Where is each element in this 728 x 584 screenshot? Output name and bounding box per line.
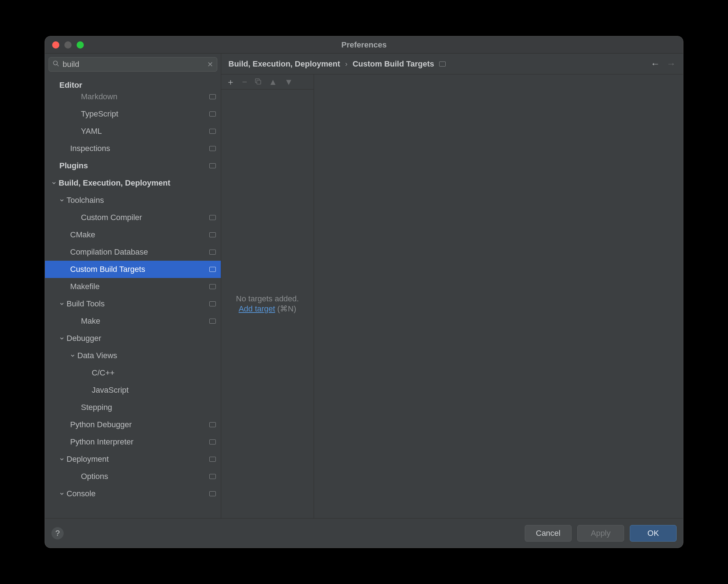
cancel-button[interactable]: Cancel — [525, 525, 572, 542]
apply-button: Apply — [577, 525, 624, 542]
sidebar: ✕ EditorMarkdownTypeScriptYAMLInspection… — [45, 54, 221, 518]
tree-item[interactable]: Plugins — [45, 157, 221, 174]
tree-item[interactable]: Build, Execution, Deployment — [45, 174, 221, 192]
chevron-down-icon[interactable] — [59, 491, 64, 496]
tree-item[interactable]: C/C++ — [45, 364, 221, 382]
close-icon[interactable] — [52, 41, 59, 49]
chevron-down-icon[interactable] — [70, 353, 75, 358]
preferences-window: Preferences ✕ EditorMarkdownTypeScriptYA… — [45, 36, 683, 548]
project-scope-icon — [209, 491, 216, 496]
tree-item[interactable]: Deployment — [45, 451, 221, 468]
breadcrumb-current: Custom Build Targets — [352, 59, 434, 69]
target-detail-panel — [314, 74, 683, 518]
move-down-icon: ▼ — [285, 78, 293, 86]
settings-tree[interactable]: EditorMarkdownTypeScriptYAMLInspectionsP… — [45, 75, 221, 518]
tree-item[interactable]: Toolchains — [45, 192, 221, 209]
tree-item[interactable]: Make — [45, 312, 221, 330]
project-scope-icon — [209, 422, 216, 427]
project-scope-icon — [209, 474, 216, 479]
tree-item-label: Plugins — [59, 161, 209, 170]
project-scope-icon — [209, 163, 216, 168]
project-scope-icon — [209, 94, 216, 99]
project-scope-icon — [209, 301, 216, 306]
window-body: ✕ EditorMarkdownTypeScriptYAMLInspection… — [45, 54, 683, 518]
project-scope-icon — [209, 111, 216, 117]
chevron-down-icon[interactable] — [59, 301, 64, 306]
ok-button[interactable]: OK — [630, 525, 677, 542]
tree-item-label: Console — [67, 489, 209, 498]
tree-item-label: Options — [81, 472, 209, 481]
tree-item[interactable]: Markdown — [45, 88, 221, 105]
tree-item-label: Inspections — [70, 144, 209, 153]
tree-item[interactable]: Build Tools — [45, 295, 221, 312]
tree-item-label: Markdown — [81, 92, 209, 101]
main-panel: Build, Execution, Deployment › Custom Bu… — [221, 54, 683, 518]
breadcrumb-parent[interactable]: Build, Execution, Deployment — [228, 59, 340, 69]
targets-toolbar: ＋ − ▲ ▼ — [221, 74, 314, 90]
project-scope-icon — [209, 457, 216, 462]
move-up-icon: ▲ — [269, 78, 277, 86]
tree-item[interactable]: YAML — [45, 123, 221, 140]
tree-item-label: Compilation Database — [70, 247, 209, 257]
chevron-down-icon[interactable] — [59, 336, 64, 341]
tree-item[interactable]: Python Debugger — [45, 416, 221, 433]
tree-item-label: Makefile — [70, 282, 209, 291]
breadcrumb: Build, Execution, Deployment › Custom Bu… — [221, 54, 683, 74]
window-title: Preferences — [45, 40, 683, 50]
nav-forward-icon: → — [666, 58, 676, 69]
help-button[interactable]: ? — [51, 527, 64, 539]
search-field[interactable]: ✕ — [49, 57, 217, 72]
project-scope-icon — [209, 232, 216, 237]
tree-item-label: JavaScript — [92, 385, 216, 395]
empty-text: No targets added. — [236, 294, 299, 304]
tree-item-label: Python Debugger — [70, 420, 209, 429]
chevron-down-icon[interactable] — [59, 457, 64, 462]
tree-item[interactable]: Custom Build Targets — [45, 261, 221, 278]
chevron-down-icon[interactable] — [51, 181, 56, 186]
add-target-link[interactable]: Add target — [238, 304, 275, 313]
tree-item[interactable]: Debugger — [45, 330, 221, 347]
tree-item[interactable]: CMake — [45, 226, 221, 243]
project-scope-icon — [439, 61, 446, 67]
tree-item[interactable]: JavaScript — [45, 382, 221, 399]
tree-item[interactable]: Options — [45, 468, 221, 485]
chevron-down-icon[interactable] — [59, 198, 64, 203]
add-target-row: Add target (⌘N) — [238, 304, 296, 314]
remove-icon: − — [242, 78, 247, 86]
tree-item-label: Toolchains — [67, 196, 216, 205]
titlebar: Preferences — [45, 36, 683, 54]
project-scope-icon — [209, 319, 216, 324]
tree-item[interactable]: Console — [45, 485, 221, 502]
project-scope-icon — [209, 284, 216, 289]
footer: ? Cancel Apply OK — [45, 518, 683, 548]
add-icon[interactable]: ＋ — [226, 78, 235, 86]
maximize-icon[interactable] — [77, 41, 84, 49]
tree-item[interactable]: Data Views — [45, 347, 221, 364]
tree-item[interactable]: Makefile — [45, 278, 221, 295]
tree-item[interactable]: Stepping — [45, 399, 221, 416]
targets-empty-state: No targets added. Add target (⌘N) — [221, 90, 314, 518]
tree-item[interactable]: Python Interpreter — [45, 433, 221, 451]
tree-item-label: Build Tools — [67, 299, 209, 309]
tree-item[interactable]: TypeScript — [45, 105, 221, 123]
chevron-right-icon: › — [345, 60, 347, 68]
tree-item-label: YAML — [81, 127, 209, 136]
window-controls — [45, 41, 84, 49]
search-input[interactable] — [60, 60, 207, 69]
tree-item[interactable]: Compilation Database — [45, 243, 221, 261]
minimize-icon[interactable] — [64, 41, 72, 49]
tree-item-label: TypeScript — [81, 109, 209, 119]
tree-item[interactable]: Inspections — [45, 140, 221, 157]
nav-back-icon[interactable]: ← — [651, 58, 660, 69]
tree-item[interactable]: Custom Compiler — [45, 209, 221, 226]
tree-item-label: CMake — [70, 230, 209, 239]
search-icon — [53, 60, 60, 69]
tree-item-label: Python Interpreter — [70, 437, 209, 447]
targets-column: ＋ − ▲ ▼ No targets added. Add target (⌘N… — [221, 74, 314, 518]
tree-item-label: C/C++ — [92, 368, 216, 378]
project-scope-icon — [209, 146, 216, 151]
content-area: ＋ − ▲ ▼ No targets added. Add target (⌘N… — [221, 74, 683, 518]
tree-item-label: Custom Compiler — [81, 213, 209, 222]
tree-item-label: Make — [81, 316, 209, 326]
clear-search-icon[interactable]: ✕ — [207, 60, 213, 69]
